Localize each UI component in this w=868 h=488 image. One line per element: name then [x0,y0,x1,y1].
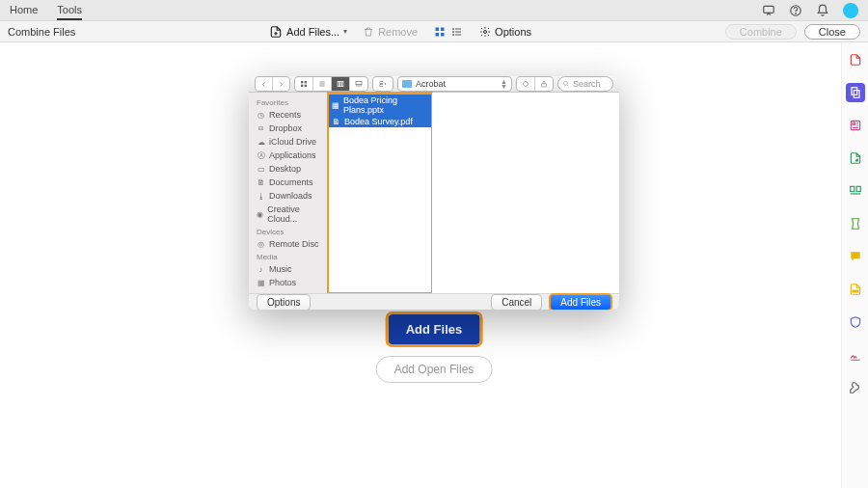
downloads-icon: ⭳ [257,192,265,201]
tab-home[interactable]: Home [10,1,38,20]
svg-rect-16 [856,186,860,191]
pptx-icon: ▦ [332,101,339,110]
dialog-add-files-button[interactable]: Add Files [550,294,611,310]
documents-icon: 🗎 [257,178,265,187]
nav-fwd-icon[interactable] [273,77,289,91]
sidebar-item-downloads[interactable]: ⭳Downloads [249,189,327,203]
music-icon: ♪ [257,265,265,274]
dialog-options-button[interactable]: Options [257,294,311,310]
view-columns-icon[interactable] [332,77,350,91]
dialog-sidebar: Favorites ◷Recents ⧈Dropbox ☁iCloud Driv… [249,93,328,293]
svg-rect-15 [850,186,854,191]
sidebar-item-recents[interactable]: ◷Recents [249,108,327,122]
clock-icon: ◷ [257,111,265,120]
sidebar-section-head: Devices [249,226,327,237]
bell-icon[interactable] [816,4,829,17]
more-tools-icon[interactable] [846,378,865,397]
svg-rect-19 [305,81,307,83]
sidebar-item-documents[interactable]: 🗎Documents [249,176,327,189]
combine-button: Combine [725,24,797,40]
view-gallery-icon[interactable] [350,77,367,91]
protect-icon[interactable] [846,312,865,332]
organize-icon[interactable] [846,181,865,201]
export-icon[interactable] [846,149,865,168]
svg-rect-12 [854,91,859,98]
tag-icon[interactable] [517,77,535,91]
dialog-toolbar: Acrobat ▲▼ Search [249,76,619,93]
folder-icon [402,80,412,88]
svg-point-29 [563,81,567,85]
sidebar-item-photos[interactable]: ▦Photos [249,276,327,289]
sign-icon[interactable] [846,345,865,365]
compress-icon[interactable] [846,214,865,233]
svg-point-7 [453,28,454,29]
svg-point-10 [484,30,487,33]
view-icons-icon[interactable] [295,77,313,91]
app-menubar: Home Tools [0,0,868,21]
svg-rect-3 [436,27,440,31]
svg-rect-24 [342,81,343,86]
sidebar-item-applications[interactable]: ⒶApplications [249,149,327,162]
svg-point-8 [453,31,454,32]
search-input[interactable]: Search [557,76,613,92]
group-icon[interactable] [373,77,393,91]
nav-back-icon[interactable] [256,77,273,91]
create-pdf-icon[interactable] [846,50,865,69]
cloud-icon: ☁ [257,138,265,147]
svg-rect-22 [338,81,339,86]
sidebar-item-remote-disc[interactable]: ◎Remote Disc [249,237,327,251]
sidebar-item-creative-cloud[interactable]: ◉Creative Cloud... [249,203,327,226]
apps-icon: Ⓐ [257,151,265,160]
svg-rect-17 [853,290,858,292]
svg-rect-14 [853,122,854,124]
remove-button: Remove [363,26,418,38]
photos-icon: ▦ [257,279,265,287]
tab-tools[interactable]: Tools [57,1,82,20]
svg-rect-11 [851,88,856,95]
svg-rect-5 [436,33,440,37]
sidebar-item-music[interactable]: ♪Music [249,262,327,276]
dropbox-icon: ⧈ [257,124,265,133]
file-item[interactable]: 🗎Bodea Survey.pdf [328,116,431,127]
grid-view-icon[interactable] [433,25,447,39]
form-icon[interactable] [846,116,865,135]
sidebar-item-desktop[interactable]: ▭Desktop [249,162,327,176]
comment-icon[interactable] [846,247,865,266]
sidebar-item-icloud[interactable]: ☁iCloud Drive [249,135,327,149]
svg-rect-27 [380,85,383,87]
add-files-button[interactable]: Add Files [389,314,480,344]
file-list: ▦Bodea Pricing Plans.pptx 🗎Bodea Survey.… [328,93,432,293]
svg-rect-0 [764,6,774,13]
svg-point-9 [453,34,454,35]
svg-rect-21 [305,85,307,87]
svg-rect-26 [380,82,383,84]
file-open-dialog: Acrobat ▲▼ Search Favorites ◷Recents ⧈Dr… [249,76,619,310]
sidebar-item-dropbox[interactable]: ⧈Dropbox [249,122,327,135]
svg-rect-25 [356,81,362,84]
chat-icon[interactable] [762,4,775,17]
location-dropdown[interactable]: Acrobat ▲▼ [397,76,512,92]
pdf-icon: 🗎 [332,118,340,126]
add-files-dropdown[interactable]: Add Files... ▾ [269,25,347,39]
dialog-footer: Options Cancel Add Files [249,293,619,310]
svg-rect-20 [301,85,303,87]
redact-icon[interactable] [846,280,865,299]
cc-icon: ◉ [257,210,263,219]
file-item[interactable]: ▦Bodea Pricing Plans.pptx [328,93,431,116]
sidebar-section-head: Favorites [249,96,327,108]
options-button[interactable]: Options [479,26,531,38]
sidebar-section-head: Media [249,251,327,262]
right-sidebar [841,42,868,488]
avatar[interactable] [843,3,858,18]
share-icon[interactable] [535,77,553,91]
cancel-button[interactable]: Cancel [491,294,542,310]
list-view-icon[interactable] [450,25,464,39]
close-button[interactable]: Close [804,24,860,40]
svg-rect-23 [339,81,341,86]
combine-icon[interactable] [846,83,865,102]
view-list-icon[interactable] [313,77,332,91]
file-preview [432,93,619,293]
add-open-files-button[interactable]: Add Open Files [376,356,493,383]
help-icon[interactable] [789,4,802,17]
svg-rect-6 [441,33,445,37]
